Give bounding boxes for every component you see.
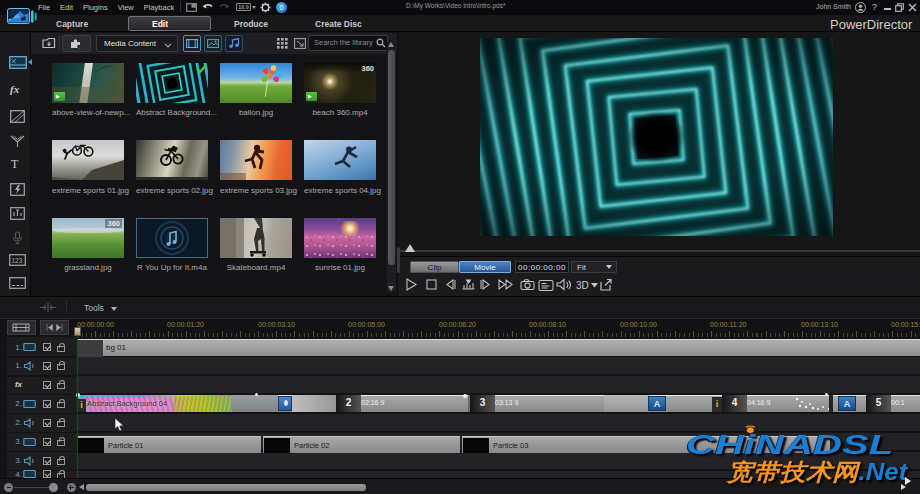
svg-text:3D: 3D — [576, 280, 589, 291]
svg-text:123: 123 — [12, 257, 23, 264]
